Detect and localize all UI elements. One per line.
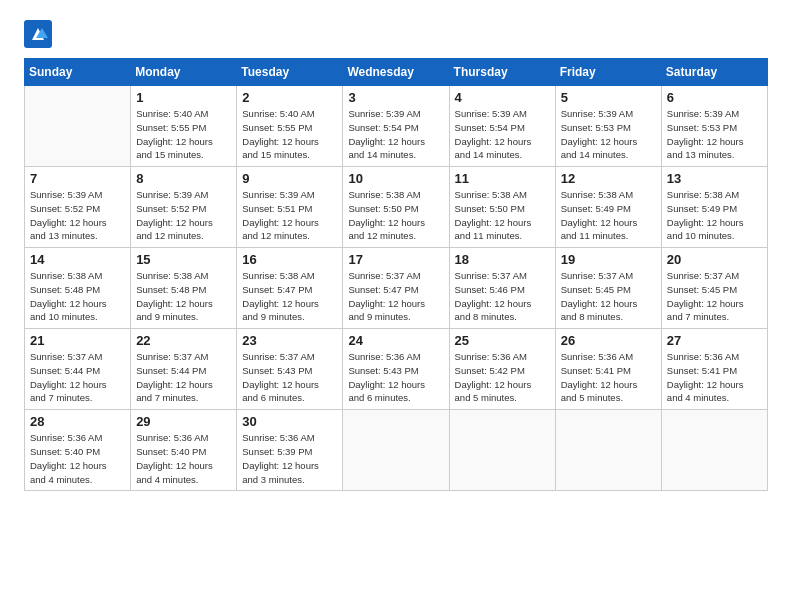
column-header-saturday: Saturday [661, 59, 767, 86]
day-number: 10 [348, 171, 443, 186]
day-info: Sunrise: 5:38 AM Sunset: 5:49 PM Dayligh… [667, 188, 762, 243]
calendar-cell: 29Sunrise: 5:36 AM Sunset: 5:40 PM Dayli… [131, 410, 237, 491]
day-info: Sunrise: 5:37 AM Sunset: 5:43 PM Dayligh… [242, 350, 337, 405]
day-number: 20 [667, 252, 762, 267]
calendar-cell: 16Sunrise: 5:38 AM Sunset: 5:47 PM Dayli… [237, 248, 343, 329]
calendar-cell: 25Sunrise: 5:36 AM Sunset: 5:42 PM Dayli… [449, 329, 555, 410]
calendar-week-row: 1Sunrise: 5:40 AM Sunset: 5:55 PM Daylig… [25, 86, 768, 167]
day-number: 18 [455, 252, 550, 267]
calendar-cell: 7Sunrise: 5:39 AM Sunset: 5:52 PM Daylig… [25, 167, 131, 248]
day-number: 16 [242, 252, 337, 267]
day-info: Sunrise: 5:36 AM Sunset: 5:40 PM Dayligh… [30, 431, 125, 486]
calendar-cell: 22Sunrise: 5:37 AM Sunset: 5:44 PM Dayli… [131, 329, 237, 410]
day-number: 14 [30, 252, 125, 267]
calendar-cell: 5Sunrise: 5:39 AM Sunset: 5:53 PM Daylig… [555, 86, 661, 167]
calendar-cell: 13Sunrise: 5:38 AM Sunset: 5:49 PM Dayli… [661, 167, 767, 248]
day-info: Sunrise: 5:38 AM Sunset: 5:48 PM Dayligh… [30, 269, 125, 324]
day-number: 13 [667, 171, 762, 186]
calendar-cell: 20Sunrise: 5:37 AM Sunset: 5:45 PM Dayli… [661, 248, 767, 329]
day-number: 22 [136, 333, 231, 348]
day-info: Sunrise: 5:39 AM Sunset: 5:54 PM Dayligh… [455, 107, 550, 162]
day-number: 11 [455, 171, 550, 186]
day-number: 15 [136, 252, 231, 267]
calendar-cell: 28Sunrise: 5:36 AM Sunset: 5:40 PM Dayli… [25, 410, 131, 491]
day-number: 19 [561, 252, 656, 267]
day-info: Sunrise: 5:36 AM Sunset: 5:43 PM Dayligh… [348, 350, 443, 405]
calendar-cell: 26Sunrise: 5:36 AM Sunset: 5:41 PM Dayli… [555, 329, 661, 410]
day-info: Sunrise: 5:38 AM Sunset: 5:50 PM Dayligh… [455, 188, 550, 243]
calendar-cell: 21Sunrise: 5:37 AM Sunset: 5:44 PM Dayli… [25, 329, 131, 410]
day-number: 5 [561, 90, 656, 105]
calendar-cell [343, 410, 449, 491]
day-number: 12 [561, 171, 656, 186]
logo-icon [24, 20, 52, 48]
column-header-sunday: Sunday [25, 59, 131, 86]
column-header-tuesday: Tuesday [237, 59, 343, 86]
day-number: 8 [136, 171, 231, 186]
day-info: Sunrise: 5:38 AM Sunset: 5:48 PM Dayligh… [136, 269, 231, 324]
day-number: 27 [667, 333, 762, 348]
day-number: 30 [242, 414, 337, 429]
calendar-cell: 11Sunrise: 5:38 AM Sunset: 5:50 PM Dayli… [449, 167, 555, 248]
day-info: Sunrise: 5:36 AM Sunset: 5:39 PM Dayligh… [242, 431, 337, 486]
day-info: Sunrise: 5:37 AM Sunset: 5:44 PM Dayligh… [136, 350, 231, 405]
calendar-week-row: 14Sunrise: 5:38 AM Sunset: 5:48 PM Dayli… [25, 248, 768, 329]
calendar-cell: 24Sunrise: 5:36 AM Sunset: 5:43 PM Dayli… [343, 329, 449, 410]
day-info: Sunrise: 5:37 AM Sunset: 5:45 PM Dayligh… [561, 269, 656, 324]
day-info: Sunrise: 5:39 AM Sunset: 5:53 PM Dayligh… [667, 107, 762, 162]
calendar-cell: 10Sunrise: 5:38 AM Sunset: 5:50 PM Dayli… [343, 167, 449, 248]
calendar-cell: 27Sunrise: 5:36 AM Sunset: 5:41 PM Dayli… [661, 329, 767, 410]
calendar-cell: 2Sunrise: 5:40 AM Sunset: 5:55 PM Daylig… [237, 86, 343, 167]
calendar-cell: 3Sunrise: 5:39 AM Sunset: 5:54 PM Daylig… [343, 86, 449, 167]
day-info: Sunrise: 5:36 AM Sunset: 5:41 PM Dayligh… [667, 350, 762, 405]
calendar-table: SundayMondayTuesdayWednesdayThursdayFrid… [24, 58, 768, 491]
calendar-cell: 30Sunrise: 5:36 AM Sunset: 5:39 PM Dayli… [237, 410, 343, 491]
day-info: Sunrise: 5:36 AM Sunset: 5:42 PM Dayligh… [455, 350, 550, 405]
day-number: 24 [348, 333, 443, 348]
day-number: 3 [348, 90, 443, 105]
calendar-cell: 9Sunrise: 5:39 AM Sunset: 5:51 PM Daylig… [237, 167, 343, 248]
day-info: Sunrise: 5:39 AM Sunset: 5:53 PM Dayligh… [561, 107, 656, 162]
day-info: Sunrise: 5:37 AM Sunset: 5:44 PM Dayligh… [30, 350, 125, 405]
day-number: 4 [455, 90, 550, 105]
day-info: Sunrise: 5:37 AM Sunset: 5:46 PM Dayligh… [455, 269, 550, 324]
day-number: 21 [30, 333, 125, 348]
day-number: 9 [242, 171, 337, 186]
day-number: 25 [455, 333, 550, 348]
calendar-cell: 12Sunrise: 5:38 AM Sunset: 5:49 PM Dayli… [555, 167, 661, 248]
day-info: Sunrise: 5:39 AM Sunset: 5:52 PM Dayligh… [136, 188, 231, 243]
calendar-cell: 18Sunrise: 5:37 AM Sunset: 5:46 PM Dayli… [449, 248, 555, 329]
day-number: 1 [136, 90, 231, 105]
calendar-week-row: 28Sunrise: 5:36 AM Sunset: 5:40 PM Dayli… [25, 410, 768, 491]
calendar-cell: 8Sunrise: 5:39 AM Sunset: 5:52 PM Daylig… [131, 167, 237, 248]
column-header-thursday: Thursday [449, 59, 555, 86]
calendar-cell [555, 410, 661, 491]
calendar-cell: 6Sunrise: 5:39 AM Sunset: 5:53 PM Daylig… [661, 86, 767, 167]
day-info: Sunrise: 5:36 AM Sunset: 5:41 PM Dayligh… [561, 350, 656, 405]
day-number: 6 [667, 90, 762, 105]
column-header-monday: Monday [131, 59, 237, 86]
day-info: Sunrise: 5:38 AM Sunset: 5:49 PM Dayligh… [561, 188, 656, 243]
day-info: Sunrise: 5:37 AM Sunset: 5:47 PM Dayligh… [348, 269, 443, 324]
calendar-cell: 14Sunrise: 5:38 AM Sunset: 5:48 PM Dayli… [25, 248, 131, 329]
day-number: 28 [30, 414, 125, 429]
logo [24, 20, 56, 48]
column-header-wednesday: Wednesday [343, 59, 449, 86]
day-number: 29 [136, 414, 231, 429]
day-info: Sunrise: 5:39 AM Sunset: 5:51 PM Dayligh… [242, 188, 337, 243]
calendar-week-row: 21Sunrise: 5:37 AM Sunset: 5:44 PM Dayli… [25, 329, 768, 410]
day-info: Sunrise: 5:38 AM Sunset: 5:47 PM Dayligh… [242, 269, 337, 324]
calendar-cell [25, 86, 131, 167]
column-header-friday: Friday [555, 59, 661, 86]
calendar-cell: 4Sunrise: 5:39 AM Sunset: 5:54 PM Daylig… [449, 86, 555, 167]
day-info: Sunrise: 5:40 AM Sunset: 5:55 PM Dayligh… [136, 107, 231, 162]
day-number: 26 [561, 333, 656, 348]
day-number: 17 [348, 252, 443, 267]
day-info: Sunrise: 5:38 AM Sunset: 5:50 PM Dayligh… [348, 188, 443, 243]
calendar-header-row: SundayMondayTuesdayWednesdayThursdayFrid… [25, 59, 768, 86]
day-info: Sunrise: 5:37 AM Sunset: 5:45 PM Dayligh… [667, 269, 762, 324]
calendar-cell: 15Sunrise: 5:38 AM Sunset: 5:48 PM Dayli… [131, 248, 237, 329]
calendar-cell [449, 410, 555, 491]
day-info: Sunrise: 5:39 AM Sunset: 5:54 PM Dayligh… [348, 107, 443, 162]
calendar-cell: 23Sunrise: 5:37 AM Sunset: 5:43 PM Dayli… [237, 329, 343, 410]
